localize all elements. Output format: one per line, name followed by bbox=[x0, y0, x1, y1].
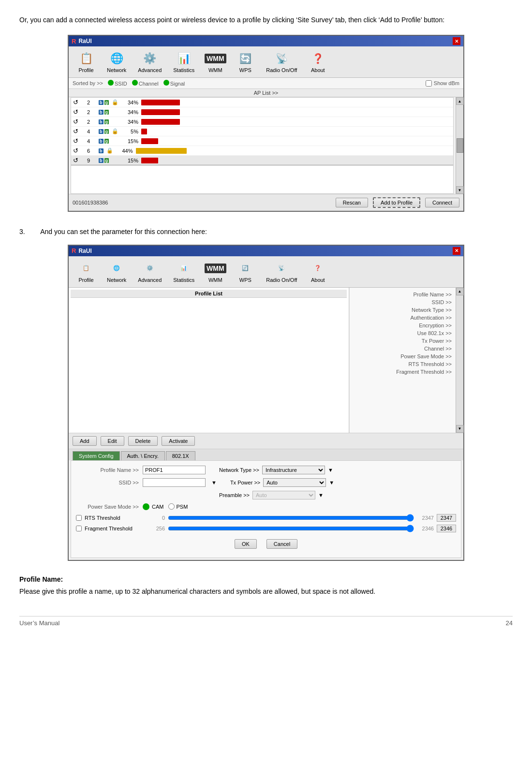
toolbar2-about[interactable]: ❓ About bbox=[303, 258, 332, 285]
tx-power-label: Tx Power >> bbox=[230, 480, 260, 485]
activate-button[interactable]: Activate bbox=[162, 436, 195, 446]
toolbar-wmm-1[interactable]: WMM WMM bbox=[201, 48, 230, 75]
config-body: Profile Name >> Network Type >> Infrastr… bbox=[71, 460, 461, 558]
survey-list[interactable]: ↺ 2 bg 🔒 34% ↺ 2 bg 🔒 34% ↺ 2 bg � bbox=[71, 97, 454, 194]
close-button-2[interactable]: ✕ bbox=[453, 247, 460, 255]
profile-name-heading: Profile Name: bbox=[19, 575, 513, 583]
svg-rect-4 bbox=[141, 138, 158, 144]
toolbar2-wps[interactable]: 🔄 WPS bbox=[231, 258, 260, 285]
tab-auth-encry[interactable]: Auth. \ Encry. bbox=[121, 451, 165, 460]
frag-value: 2346 bbox=[437, 525, 456, 532]
channel-cell-7: 9 bbox=[81, 158, 96, 163]
channel-cell-5: 4 bbox=[81, 138, 96, 144]
tx-power-select[interactable]: Auto bbox=[263, 478, 326, 487]
signal-bar-6 bbox=[136, 148, 189, 154]
step-number: 3. bbox=[19, 226, 39, 237]
config-tabs: System Config Auth. \ Encry. 802.1X bbox=[69, 449, 463, 460]
wps-icon-2: 🔄 bbox=[237, 261, 253, 276]
toolbar-about-1[interactable]: ❓ About bbox=[303, 48, 332, 75]
preamble-select[interactable]: Auto bbox=[252, 491, 315, 499]
lock-icon-1: 🔒 bbox=[112, 99, 118, 105]
frag-min: 256 bbox=[150, 526, 165, 531]
survey-row-2[interactable]: ↺ 2 bg 🔒 34% bbox=[71, 107, 453, 117]
mode-cell-6: b bbox=[99, 148, 103, 153]
toolbar2-statistics-label: Statistics bbox=[173, 277, 194, 283]
footer-left: User’s Manual bbox=[19, 619, 59, 627]
rts-checkbox[interactable] bbox=[76, 515, 82, 521]
profile-content: Profile List Profile Name >> SSID >> Net… bbox=[69, 288, 463, 433]
profile-list-panel: Profile List bbox=[69, 288, 349, 433]
wps-icon-1: 🔄 bbox=[237, 51, 253, 66]
close-button-1[interactable]: ✕ bbox=[453, 37, 460, 45]
add-to-profile-button[interactable]: Add to Profile bbox=[373, 197, 420, 208]
tx-power-arrow: ▼ bbox=[329, 480, 334, 485]
profile-icon-2: 📋 bbox=[78, 261, 94, 276]
show-dbm-label: Show dBm bbox=[434, 80, 459, 86]
frag-checkbox[interactable] bbox=[76, 526, 82, 531]
scroll-down-1[interactable]: ▼ bbox=[456, 186, 464, 194]
channel-cell-3: 2 bbox=[81, 119, 96, 125]
statistics-icon-1: 📊 bbox=[176, 51, 192, 66]
scroll-down-2[interactable]: ▼ bbox=[456, 425, 464, 433]
scroll-up-2[interactable]: ▲ bbox=[456, 288, 464, 295]
svg-rect-0 bbox=[141, 100, 180, 105]
toolbar-about-label-1: About bbox=[311, 67, 325, 73]
toolbar2-wmm-label: WMM bbox=[208, 277, 222, 283]
connect-button[interactable]: Connect bbox=[425, 198, 459, 207]
survey-row-6[interactable]: ↺ 6 b 🔒 44% bbox=[71, 146, 453, 156]
survey-row-3[interactable]: ↺ 2 bg 🔒 34% bbox=[71, 117, 453, 127]
survey-row-1[interactable]: ↺ 2 bg 🔒 34% bbox=[71, 98, 453, 107]
info-row-7: Tx Power >> bbox=[354, 337, 452, 345]
survey-row-7[interactable]: ↺ 9 bg 🔒 15% bbox=[71, 156, 453, 165]
toolbar2-profile[interactable]: 📋 Profile bbox=[72, 258, 101, 285]
step3-text: And you can set the parameter for this c… bbox=[40, 228, 207, 235]
config-row-preamble: Preamble >> Auto ▼ bbox=[76, 491, 456, 499]
signal-bar-7 bbox=[141, 158, 185, 163]
ssid-input[interactable] bbox=[143, 478, 206, 487]
cam-dot bbox=[143, 503, 149, 510]
toolbar-statistics-1[interactable]: 📊 Statistics bbox=[168, 48, 200, 75]
survey-controls: Sorted by >> SSID Channel Signal Show dB… bbox=[69, 78, 463, 89]
scrollbar-1[interactable]: ▲ ▼ bbox=[456, 97, 463, 194]
scroll-up-1[interactable]: ▲ bbox=[456, 97, 464, 105]
toolbar-radio-1[interactable]: 📡 Radio On/Off bbox=[261, 48, 302, 75]
toolbar2-radio[interactable]: 📡 Radio On/Off bbox=[261, 258, 302, 285]
add-button[interactable]: Add bbox=[73, 436, 97, 446]
frag-slider[interactable] bbox=[168, 525, 414, 532]
profile-name-input[interactable] bbox=[143, 466, 206, 474]
rescan-button[interactable]: Rescan bbox=[336, 198, 368, 207]
toolbar2-wmm[interactable]: WMM WMM bbox=[201, 258, 230, 285]
ssid-dropdown-arrow[interactable]: ▼ bbox=[211, 480, 217, 485]
scrollbar-2[interactable]: ▲ ▼ bbox=[456, 288, 463, 433]
toolbar-advanced-1[interactable]: ⚙️ Advanced bbox=[133, 48, 167, 75]
toolbar2-statistics[interactable]: 📊 Statistics bbox=[168, 258, 200, 285]
mode-cell-1: bg bbox=[99, 100, 109, 105]
show-dbm-checkbox[interactable] bbox=[426, 80, 432, 87]
psm-radio[interactable] bbox=[168, 503, 175, 510]
tab-8021x[interactable]: 802.1X bbox=[166, 451, 195, 460]
psm-text: PSM bbox=[176, 504, 188, 510]
network-type-arrow: ▼ bbox=[328, 467, 333, 473]
delete-button[interactable]: Delete bbox=[128, 436, 158, 446]
network-type-select[interactable]: Infrastructure Ad Hoc bbox=[262, 466, 325, 474]
toolbar-profile-1[interactable]: 📋 Profile bbox=[72, 48, 101, 75]
signal-pct-7: 15% bbox=[121, 158, 138, 163]
rts-slider[interactable] bbox=[168, 514, 414, 521]
toolbar-wmm-label-1: WMM bbox=[208, 67, 222, 73]
ok-button[interactable]: OK bbox=[235, 539, 257, 549]
svg-rect-1 bbox=[141, 109, 180, 115]
toolbar2-advanced[interactable]: ⚙️ Advanced bbox=[133, 258, 167, 285]
statistics-icon-2: 📊 bbox=[176, 261, 192, 276]
config-row-ssid: SSID >> ▼ Tx Power >> Auto ▼ bbox=[76, 478, 456, 487]
info-row-8: Channel >> bbox=[354, 345, 452, 352]
toolbar-network-1[interactable]: 🌐 Network bbox=[102, 48, 132, 75]
cancel-button[interactable]: Cancel bbox=[266, 539, 297, 549]
psm-label[interactable]: PSM bbox=[168, 503, 188, 510]
edit-button[interactable]: Edit bbox=[101, 436, 124, 446]
survey-row-4[interactable]: ↺ 4 bg 🔒 5% bbox=[71, 127, 453, 136]
tab-system-config[interactable]: System Config bbox=[73, 451, 120, 460]
cam-label[interactable]: CAM bbox=[143, 503, 163, 510]
survey-row-5[interactable]: ↺ 4 bg 🔒 15% bbox=[71, 136, 453, 146]
toolbar2-network[interactable]: 🌐 Network bbox=[102, 258, 132, 285]
toolbar-wps-1[interactable]: 🔄 WPS bbox=[231, 48, 260, 75]
